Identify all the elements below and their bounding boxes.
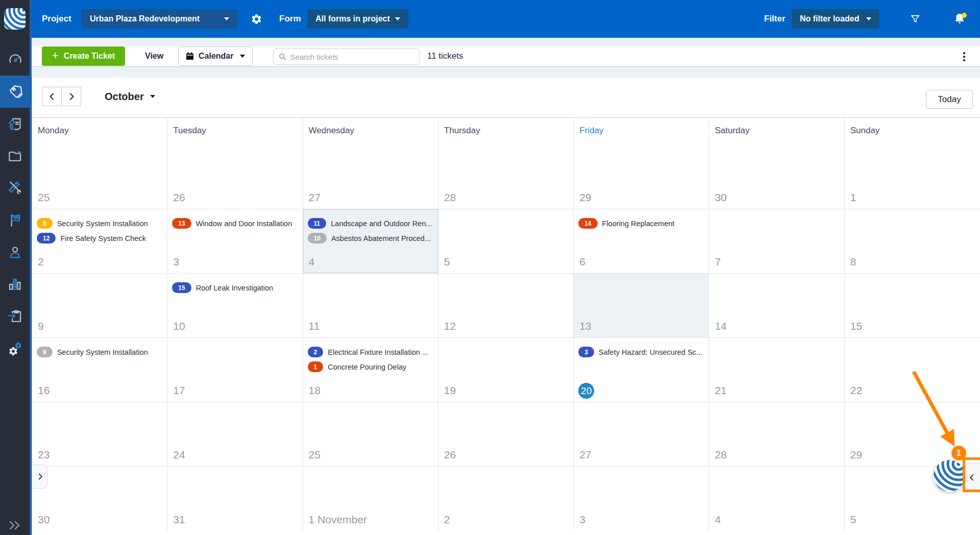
- calendar-cell[interactable]: Friday29: [574, 118, 709, 209]
- assistant-ball-logo[interactable]: [933, 459, 966, 492]
- form-label: Form: [279, 0, 301, 38]
- more-options-button[interactable]: [958, 51, 970, 63]
- calendar-cell[interactable]: Thursday28: [438, 118, 574, 209]
- calendar-cell[interactable]: 15: [845, 274, 980, 338]
- calendar-cell[interactable]: 3Safety Hazard: Unsecured Sc...20: [574, 338, 709, 402]
- filter-dropdown[interactable]: No filter loaded: [792, 9, 879, 29]
- chevron-down-icon: [866, 17, 871, 20]
- calendar-event[interactable]: 2Electrical Fixture Installation ...: [308, 347, 437, 357]
- sidebar-item-forms[interactable]: [0, 108, 30, 140]
- ticket-number-badge: 14: [578, 218, 597, 229]
- calendar-event[interactable]: 13Window and Door Installation: [172, 218, 301, 229]
- app-logo[interactable]: [0, 0, 30, 38]
- view-dropdown[interactable]: Calendar: [178, 46, 253, 66]
- search-input[interactable]: [290, 53, 414, 61]
- date-number: 25: [38, 191, 50, 204]
- calendar-cell[interactable]: 28: [709, 402, 844, 467]
- calendar-event[interactable]: 9Security System Installation: [37, 347, 166, 357]
- date-number: 3: [579, 514, 585, 526]
- calendar-event[interactable]: 15Roof Leak Investigation: [172, 282, 301, 293]
- filter-button[interactable]: [910, 0, 921, 38]
- calendar-cell[interactable]: Wednesday27: [303, 118, 438, 209]
- calendar-cell[interactable]: 31: [167, 467, 303, 531]
- calendar-cell[interactable]: 22: [845, 338, 980, 402]
- date-number: 1 November: [309, 514, 367, 526]
- calendar-cell[interactable]: 23: [32, 402, 167, 467]
- people-icon: [7, 245, 23, 260]
- calendar-cell[interactable]: 12: [438, 274, 574, 338]
- notifications-button[interactable]: [952, 0, 967, 38]
- prev-month-button[interactable]: [42, 87, 62, 106]
- calendar-cell[interactable]: 3: [574, 467, 709, 531]
- calendar-cell[interactable]: 2Electrical Fixture Installation ...1Con…: [303, 338, 438, 402]
- day-header-monday: Monday: [38, 126, 68, 136]
- calendar-cell[interactable]: 11: [303, 274, 438, 338]
- sidebar-item-people[interactable]: [0, 236, 30, 269]
- calendar-cell[interactable]: Monday25: [32, 118, 167, 209]
- sidebar-item-settings[interactable]: [0, 333, 30, 365]
- sidebar-item-files[interactable]: [0, 140, 30, 172]
- sidebar-item-specifications[interactable]: [0, 172, 30, 204]
- calendar-cell[interactable]: 14Flooring Replacement6: [574, 209, 709, 274]
- next-month-button[interactable]: [61, 87, 81, 106]
- date-number: 21: [715, 384, 726, 397]
- calendar-cell[interactable]: 8: [845, 209, 980, 274]
- date-number: 9: [38, 320, 44, 332]
- calendar-cell[interactable]: 25: [303, 402, 438, 467]
- sidebar: [0, 0, 32, 535]
- calendar-cell[interactable]: 14: [709, 274, 844, 338]
- calendar-cell[interactable]: 9: [32, 274, 167, 338]
- calendar-cell[interactable]: 26: [438, 402, 574, 467]
- month-dropdown[interactable]: October: [105, 87, 155, 106]
- calendar-cell[interactable]: 21: [709, 338, 844, 402]
- calendar-event[interactable]: 10Asbestos Abatement Proced...: [308, 233, 437, 244]
- ticket-number-badge: 15: [172, 282, 191, 293]
- project-dropdown[interactable]: Urban Plaza Redevelopment: [82, 9, 237, 29]
- ticket-title: Concrete Pouring Delay: [328, 363, 406, 371]
- calendar-cell[interactable]: 17: [167, 338, 303, 402]
- form-dropdown[interactable]: All forms in project: [307, 9, 408, 29]
- calendar-cell[interactable]: 7: [709, 209, 844, 274]
- sidebar-item-tickets[interactable]: [0, 76, 32, 108]
- sidebar-item-handover[interactable]: [0, 301, 30, 333]
- expand-left-panel-tab[interactable]: [32, 465, 48, 489]
- calendar-cell[interactable]: 27: [574, 402, 709, 467]
- calendar-event[interactable]: 14Flooring Replacement: [578, 218, 707, 229]
- today-button[interactable]: Today: [926, 90, 973, 109]
- sidebar-item-dashboard[interactable]: [0, 43, 30, 76]
- calendar-event[interactable]: 11Landscape and Outdoor Ren...: [308, 218, 437, 229]
- calendar-cell[interactable]: 24: [167, 402, 303, 467]
- top-header: Project Urban Plaza Redevelopment Form A…: [32, 0, 980, 38]
- calendar-cell[interactable]: 15Roof Leak Investigation10: [167, 274, 303, 338]
- calendar-event[interactable]: 3Safety Hazard: Unsecured Sc...: [578, 347, 707, 357]
- project-settings-button[interactable]: [251, 0, 262, 38]
- calendar-cell[interactable]: Saturday30: [709, 118, 844, 209]
- calendar-cell[interactable]: 4: [709, 467, 844, 531]
- create-ticket-button[interactable]: + Create Ticket: [42, 46, 125, 66]
- calendar-cell[interactable]: 5: [438, 209, 574, 274]
- calendar-cell[interactable]: 2: [438, 467, 574, 531]
- calendar-cell[interactable]: 11Landscape and Outdoor Ren...10Asbestos…: [303, 209, 438, 274]
- calendar-cell[interactable]: 8Security System Installation12Fire Safe…: [32, 209, 167, 274]
- calendar-cell[interactable]: 30: [32, 467, 167, 531]
- search-icon: [279, 53, 286, 61]
- sidebar-item-reports[interactable]: [0, 269, 30, 301]
- ticket-number-badge: 8: [37, 218, 53, 229]
- ticket-number-badge: 13: [172, 218, 191, 229]
- calendar-cell[interactable]: 13: [574, 274, 709, 338]
- calendar-event[interactable]: 12Fire Safety System Check: [37, 233, 166, 244]
- day-header-saturday: Saturday: [715, 126, 749, 136]
- calendar-cell[interactable]: Sunday1: [845, 118, 980, 209]
- calendar-cell[interactable]: Tuesday26: [167, 118, 303, 209]
- calendar-event[interactable]: 1Concrete Pouring Delay: [308, 361, 437, 372]
- create-ticket-label: Create Ticket: [64, 52, 115, 61]
- calendar-cell[interactable]: 19: [438, 338, 574, 402]
- calendar-cell[interactable]: 13Window and Door Installation3: [167, 209, 303, 274]
- calendar-cell[interactable]: 1 November: [303, 467, 438, 531]
- calendar-cell[interactable]: 9Security System Installation16: [32, 338, 167, 402]
- sidebar-item-milestones[interactable]: [0, 204, 30, 236]
- calendar-grid: Monday25Tuesday26Wednesday27Thursday28Fr…: [32, 117, 980, 531]
- sidebar-expand-button[interactable]: [0, 520, 30, 531]
- ticket-number-badge: 2: [308, 347, 324, 357]
- calendar-event[interactable]: 8Security System Installation: [37, 218, 166, 229]
